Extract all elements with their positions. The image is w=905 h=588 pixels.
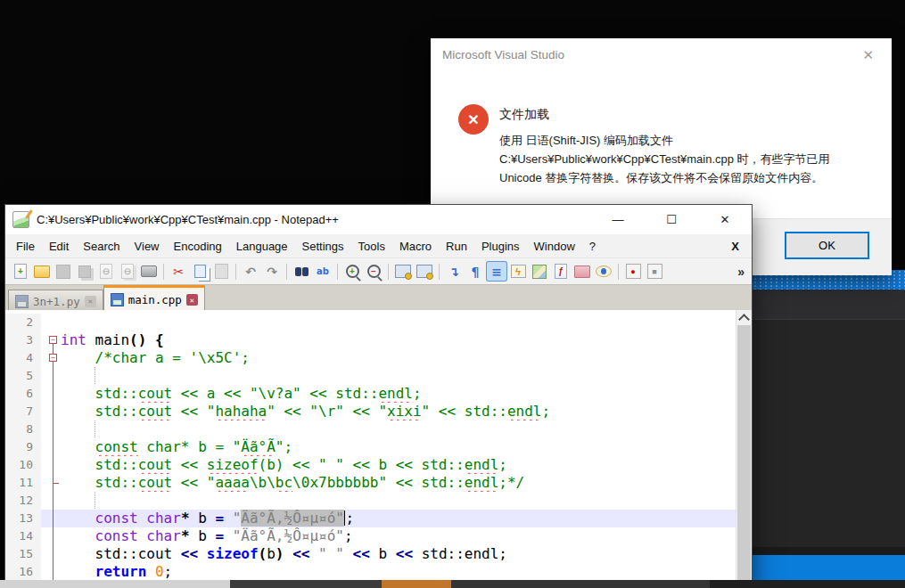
fold-margin[interactable] bbox=[46, 545, 61, 563]
tab-close-icon[interactable]: ✕ bbox=[186, 294, 198, 306]
zoom-out-icon[interactable]: − bbox=[364, 262, 383, 281]
line-number: 15 bbox=[5, 545, 41, 563]
fold-margin[interactable] bbox=[46, 563, 61, 581]
fold-margin[interactable] bbox=[46, 438, 61, 456]
cut-icon[interactable]: ✂ bbox=[169, 262, 188, 281]
toolbar-separator bbox=[337, 264, 338, 280]
maximize-button[interactable]: ☐ bbox=[645, 205, 698, 234]
folder-as-workspace-icon[interactable] bbox=[572, 262, 592, 281]
save-all-icon[interactable] bbox=[75, 262, 95, 281]
code-line-14: 14 const char* b = "Äã°Ã,½Ô¤µ¤ó"; bbox=[5, 527, 736, 545]
toolbar-separator bbox=[439, 264, 440, 280]
menu-run[interactable]: Run bbox=[439, 237, 474, 256]
fold-margin[interactable] bbox=[46, 421, 61, 438]
redo-icon[interactable]: ↷ bbox=[262, 262, 282, 281]
monitoring-icon[interactable] bbox=[594, 262, 613, 281]
close-document-icon[interactable]: ⊖ bbox=[96, 262, 116, 281]
paste-icon[interactable] bbox=[211, 262, 231, 281]
close-all-documents-icon[interactable]: ⊖ bbox=[118, 262, 137, 281]
message-line: 使用 日语(Shift-JIS) 编码加载文件 bbox=[499, 131, 830, 150]
fold-margin[interactable] bbox=[46, 527, 61, 545]
code-text: const char* b = "Äã°Ã,½Ô¤µ¤ó"; bbox=[61, 527, 736, 545]
tab-main.cpp[interactable]: main.cpp✕ bbox=[103, 285, 205, 312]
ok-button[interactable]: OK bbox=[785, 232, 869, 259]
menu-search[interactable]: Search bbox=[76, 237, 127, 256]
save-icon[interactable] bbox=[53, 262, 73, 281]
indent-guide bbox=[95, 492, 95, 509]
fold-collapse-icon[interactable]: − bbox=[49, 336, 57, 344]
code-line-16: 16 return 0; bbox=[5, 563, 736, 581]
dialog-close-icon[interactable]: ✕ bbox=[859, 45, 877, 65]
line-number: 16 bbox=[5, 563, 41, 581]
code-line-3: 3−int main() { bbox=[5, 331, 736, 349]
fold-margin[interactable] bbox=[46, 510, 61, 527]
taskbar-flashing-app-button[interactable] bbox=[382, 580, 451, 588]
fold-margin[interactable] bbox=[46, 314, 61, 331]
toolbar-separator bbox=[163, 264, 164, 280]
taskbar-light-segment bbox=[0, 580, 230, 588]
fold-margin[interactable] bbox=[46, 474, 61, 492]
menu-tools[interactable]: Tools bbox=[351, 237, 392, 256]
print-icon[interactable] bbox=[139, 262, 159, 281]
menu-macro[interactable]: Macro bbox=[392, 237, 439, 256]
scrollbar-thumb[interactable] bbox=[737, 325, 751, 588]
fold-margin[interactable] bbox=[46, 456, 61, 474]
toolbar-separator bbox=[286, 264, 287, 280]
indent-guide-icon[interactable]: ≡ bbox=[487, 262, 506, 281]
new-file-icon[interactable]: + bbox=[11, 262, 30, 281]
replace-icon[interactable]: ab bbox=[313, 262, 333, 281]
zoom-in-icon[interactable]: + bbox=[342, 262, 362, 281]
saved-file-icon bbox=[15, 295, 29, 308]
menu-plugins[interactable]: Plugins bbox=[474, 237, 527, 256]
document-map-icon[interactable] bbox=[530, 262, 549, 281]
close-button[interactable]: ✕ bbox=[698, 205, 752, 234]
menu-settings[interactable]: Settings bbox=[295, 237, 351, 256]
notepadpp-app-icon bbox=[12, 211, 29, 228]
editor-lines: 23−int main() {4− /*char a = '\x5C';56 s… bbox=[5, 314, 736, 588]
editor-vertical-scrollbar[interactable] bbox=[736, 310, 752, 588]
menu-encoding[interactable]: Encoding bbox=[167, 237, 229, 256]
fold-collapse-icon[interactable]: − bbox=[49, 354, 57, 362]
function-list-icon[interactable]: ƒ bbox=[551, 262, 571, 281]
fold-margin[interactable] bbox=[46, 385, 61, 403]
fold-margin[interactable] bbox=[46, 367, 61, 385]
menu-window[interactable]: Window bbox=[527, 237, 582, 256]
menu-help[interactable]: ? bbox=[582, 237, 603, 256]
macro-stop-icon[interactable]: ■ bbox=[645, 262, 664, 281]
find-icon[interactable] bbox=[292, 262, 311, 281]
line-number: 4 bbox=[5, 349, 41, 367]
fold-margin[interactable]: − bbox=[46, 331, 61, 349]
show-all-characters-icon[interactable]: ¶ bbox=[465, 262, 485, 281]
sync-vertical-scrolling-icon[interactable] bbox=[393, 262, 413, 281]
editor-area[interactable]: 23−int main() {4− /*char a = '\x5C';56 s… bbox=[5, 310, 752, 588]
sync-horizontal-scrolling-icon[interactable] bbox=[415, 262, 434, 281]
code-line-12: 12 bbox=[5, 492, 736, 510]
code-text: std::cout << sizeof(b) << " " << b << st… bbox=[61, 545, 736, 563]
fold-margin[interactable]: − bbox=[46, 349, 61, 367]
fold-margin[interactable] bbox=[46, 492, 61, 510]
menu-edit[interactable]: Edit bbox=[42, 237, 76, 256]
message-line: Unicode 替换字符替换。保存该文件将不会保留原始文件内容。 bbox=[499, 168, 830, 187]
minimize-button[interactable]: — bbox=[591, 205, 645, 234]
menu-close-document-button[interactable]: X bbox=[731, 240, 739, 253]
tab-3n+1.py[interactable]: 3n+1.py✕ bbox=[8, 290, 103, 312]
line-number: 3 bbox=[5, 331, 41, 349]
open-folder-icon[interactable] bbox=[32, 262, 52, 281]
line-number: 6 bbox=[5, 385, 41, 403]
copy-icon[interactable] bbox=[190, 262, 210, 281]
scrollbar-up-arrow[interactable] bbox=[736, 310, 752, 325]
menu-view[interactable]: View bbox=[128, 237, 167, 256]
code-text: /*char a = '\x5C'; bbox=[61, 349, 736, 367]
macro-record-icon[interactable]: ● bbox=[623, 262, 643, 281]
menu-bar-items: FileEditSearchViewEncodingLanguageSettin… bbox=[9, 237, 603, 256]
tab-bar: 3n+1.py✕main.cpp✕ bbox=[5, 284, 752, 312]
toolbar-overflow-chevron[interactable]: » bbox=[737, 265, 745, 279]
undo-icon[interactable]: ↶ bbox=[241, 262, 260, 281]
fold-margin[interactable] bbox=[46, 403, 61, 421]
function-completion-icon[interactable]: ϟ bbox=[508, 262, 528, 281]
menu-language[interactable]: Language bbox=[229, 237, 295, 256]
menu-file[interactable]: File bbox=[9, 237, 42, 256]
toolbar-separator bbox=[235, 264, 236, 280]
tab-close-icon[interactable]: ✕ bbox=[85, 296, 96, 307]
word-wrap-icon[interactable]: ↴ bbox=[444, 262, 464, 281]
